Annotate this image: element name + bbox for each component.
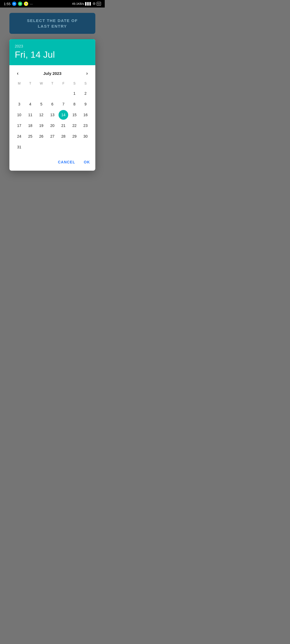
day-cell[interactable]: 11 <box>26 110 35 120</box>
day-cell[interactable]: 29 <box>70 131 79 141</box>
calendar-grid: MTWTFSS123456789101112131415161718192021… <box>14 80 91 152</box>
whatsapp-icon: w <box>18 2 22 6</box>
day-cell[interactable]: 30 <box>81 131 90 141</box>
day-cell[interactable]: 5 <box>37 99 46 109</box>
day-cell <box>59 89 68 98</box>
day-cell[interactable]: 22 <box>70 121 79 130</box>
day-header-cell: T <box>47 80 58 88</box>
day-cell <box>26 89 35 98</box>
snapchat-icon: 👻 <box>24 2 28 6</box>
next-month-button[interactable]: › <box>84 69 90 77</box>
day-header-cell: F <box>58 80 69 88</box>
time: 1:55 <box>4 2 10 6</box>
day-cell[interactable]: 8 <box>70 99 79 109</box>
day-cell <box>70 142 79 152</box>
day-header-cell: S <box>80 80 91 88</box>
day-cell[interactable]: 27 <box>48 131 57 141</box>
day-header-cell: W <box>36 80 47 88</box>
day-cell[interactable]: 21 <box>59 121 68 130</box>
messenger-icon: m <box>12 2 16 6</box>
more-icon: ··· <box>30 2 33 6</box>
day-cell[interactable]: 13 <box>48 110 57 120</box>
battery-icon: 52 <box>97 2 101 6</box>
day-header-cell: T <box>25 80 36 88</box>
dialog-body: ‹ July 2023 › MTWTFSS1234567891011121314… <box>9 65 95 155</box>
page-background: SELECT THE DATE OFLAST ENTRY 2023 Fri, 1… <box>0 8 105 232</box>
day-cell[interactable]: 23 <box>81 121 90 130</box>
day-cell <box>37 89 46 98</box>
day-cell[interactable]: 26 <box>37 131 46 141</box>
ok-button[interactable]: OK <box>83 158 91 166</box>
dialog-selected-date: Fri, 14 Jul <box>15 49 90 60</box>
status-bar: 1:55 m w 👻 ··· 49.1KB/s ▋▋▋ ⦿ 52 <box>0 0 105 8</box>
day-cell[interactable]: 19 <box>37 121 46 130</box>
day-cell[interactable]: 17 <box>15 121 24 130</box>
day-cell[interactable]: 2 <box>81 89 90 98</box>
day-cell[interactable]: 31 <box>15 142 24 152</box>
day-cell[interactable]: 9 <box>81 99 90 109</box>
cancel-button[interactable]: CANCEL <box>57 158 76 166</box>
day-cell <box>59 142 68 152</box>
day-cell[interactable]: 25 <box>26 131 35 141</box>
day-cell[interactable]: 15 <box>70 110 79 120</box>
day-cell[interactable]: 12 <box>37 110 46 120</box>
day-cell[interactable]: 24 <box>15 131 24 141</box>
prev-month-button[interactable]: ‹ <box>15 69 21 77</box>
network-speed: 49.1KB/s <box>72 2 84 5</box>
header-button: SELECT THE DATE OFLAST ENTRY <box>9 13 95 34</box>
day-cell <box>81 142 90 152</box>
dialog-header: 2023 Fri, 14 Jul <box>9 39 95 65</box>
day-cell <box>26 142 35 152</box>
day-cell[interactable]: 3 <box>15 99 24 109</box>
dialog-actions: CANCEL OK <box>9 155 95 171</box>
date-picker-dialog: 2023 Fri, 14 Jul ‹ July 2023 › MTWTFSS12… <box>9 39 95 171</box>
day-cell[interactable]: 1 <box>70 89 79 98</box>
day-cell[interactable]: 7 <box>59 99 68 109</box>
day-cell[interactable]: 28 <box>59 131 68 141</box>
day-cell[interactable]: 20 <box>48 121 57 130</box>
signal-icon: ▋▋▋ <box>85 2 92 6</box>
day-cell[interactable]: 18 <box>26 121 35 130</box>
header-title: SELECT THE DATE OFLAST ENTRY <box>16 18 89 29</box>
day-cell <box>15 89 24 98</box>
day-header-cell: M <box>14 80 25 88</box>
month-title: July 2023 <box>43 71 61 76</box>
day-cell[interactable]: 14 <box>59 110 68 120</box>
day-cell <box>48 89 57 98</box>
month-navigation: ‹ July 2023 › <box>14 68 91 80</box>
day-cell <box>37 142 46 152</box>
dialog-year: 2023 <box>15 44 90 48</box>
day-cell[interactable]: 4 <box>26 99 35 109</box>
wifi-icon: ⦿ <box>93 2 96 5</box>
day-header-cell: S <box>69 80 80 88</box>
day-cell <box>48 142 57 152</box>
day-cell[interactable]: 6 <box>48 99 57 109</box>
day-cell[interactable]: 16 <box>81 110 90 120</box>
day-cell[interactable]: 10 <box>15 110 24 120</box>
